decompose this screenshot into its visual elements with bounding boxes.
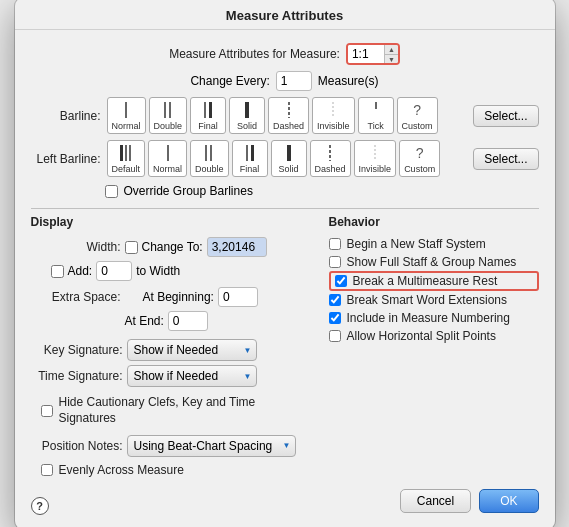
barline-normal[interactable]: Normal [107, 97, 146, 134]
behavior-new-staff: Begin a New Staff System [329, 235, 539, 253]
key-sig-select[interactable]: Show if Needed Always Show Never Show [127, 339, 257, 361]
position-notes-select[interactable]: Using Beat-Chart Spacing Evenly Across M… [127, 435, 296, 457]
barline-final-label: Final [198, 121, 218, 131]
left-barline-custom-label: Custom [404, 164, 435, 174]
left-barline-final[interactable]: Final [232, 140, 268, 177]
barline-tick[interactable]: Tick [358, 97, 394, 134]
add-input[interactable]: 0 [96, 261, 132, 281]
at-end-input[interactable]: 0 [168, 311, 208, 331]
left-barline-dashed-icon [324, 144, 336, 162]
behavior-new-staff-checkbox[interactable] [329, 238, 341, 250]
cancel-button[interactable]: Cancel [400, 489, 471, 513]
left-barline-default-label: Default [112, 164, 141, 174]
left-barline-default[interactable]: Default [107, 140, 146, 177]
override-checkbox[interactable] [105, 185, 118, 198]
at-end-label: At End: [125, 314, 164, 328]
barline-select-button[interactable]: Select... [473, 105, 538, 127]
measure-for-label: Measure Attributes for Measure: [169, 47, 340, 61]
change-to-checkbox[interactable] [125, 241, 138, 254]
left-barline-invisible[interactable]: Invisible [354, 140, 397, 177]
help-button[interactable]: ? [31, 497, 49, 515]
barline-tick-icon [370, 101, 382, 119]
left-barline-double-icon [202, 144, 216, 162]
behavior-break-smart-word-label[interactable]: Break Smart Word Extensions [347, 293, 508, 307]
svg-rect-9 [120, 145, 123, 161]
behavior-allow-split-label[interactable]: Allow Horizontal Split Points [347, 329, 496, 343]
change-every-input[interactable]: 1 [276, 71, 312, 91]
left-barline-options: Default Normal Double Fina [107, 140, 468, 177]
evenly-checkbox[interactable] [41, 464, 53, 476]
ok-button[interactable]: OK [479, 489, 538, 513]
two-col-layout: Display Width: Change To: 3,20146 Add: 0… [15, 215, 555, 478]
behavior-new-staff-label[interactable]: Begin a New Staff System [347, 237, 486, 251]
barline-custom[interactable]: ? Custom [397, 97, 438, 134]
behavior-include-numbering-label[interactable]: Include in Measure Numbering [347, 311, 510, 325]
barline-invisible-label: Invisible [317, 121, 350, 131]
behavior-show-full-staff-label[interactable]: Show Full Staff & Group Names [347, 255, 517, 269]
position-notes-row: Position Notes: Using Beat-Chart Spacing… [31, 433, 309, 459]
left-barline-normal-label: Normal [153, 164, 182, 174]
measure-for-row: Measure Attributes for Measure: 1:1 ▲ ▼ [15, 40, 555, 68]
extra-space-label: Extra Space: [41, 290, 121, 304]
left-barline-custom-icon: ? [416, 144, 424, 162]
left-barline-dashed[interactable]: Dashed [310, 140, 351, 177]
behavior-break-multimeasure-label[interactable]: Break a Multimeasure Rest [353, 274, 498, 288]
barline-row: Barline: Normal Double Final [15, 94, 555, 137]
left-barline-dashed-label: Dashed [315, 164, 346, 174]
key-sig-row: Key Signature: Show if Needed Always Sho… [31, 337, 309, 363]
left-barline-invisible-label: Invisible [359, 164, 392, 174]
position-notes-select-wrapper: Using Beat-Chart Spacing Evenly Across M… [127, 435, 296, 457]
barline-dashed-icon [283, 101, 295, 119]
barline-dashed-label: Dashed [273, 121, 304, 131]
spinner-up[interactable]: ▲ [385, 45, 398, 55]
behavior-allow-split: Allow Horizontal Split Points [329, 327, 539, 345]
display-section: Display Width: Change To: 3,20146 Add: 0… [31, 215, 319, 478]
override-label[interactable]: Override Group Barlines [124, 184, 253, 198]
evenly-label[interactable]: Evenly Across Measure [59, 463, 184, 477]
at-beginning-input[interactable]: 0 [218, 287, 258, 307]
change-to-label[interactable]: Change To: [142, 240, 203, 254]
left-barline-final-icon [243, 144, 257, 162]
left-barline-custom[interactable]: ? Custom [399, 140, 440, 177]
left-barline-normal[interactable]: Normal [148, 140, 187, 177]
barline-solid[interactable]: Solid [229, 97, 265, 134]
left-barline-solid[interactable]: Solid [271, 140, 307, 177]
bottom-bar: Cancel OK [15, 479, 555, 513]
divider [31, 208, 539, 209]
svg-rect-16 [251, 145, 254, 161]
barline-dashed[interactable]: Dashed [268, 97, 309, 134]
behavior-break-smart-word: Break Smart Word Extensions [329, 291, 539, 309]
behavior-allow-split-checkbox[interactable] [329, 330, 341, 342]
behavior-break-multimeasure-checkbox[interactable] [335, 275, 347, 287]
key-sig-select-wrapper: Show if Needed Always Show Never Show [127, 339, 257, 361]
measure-value-input[interactable]: 1:1 [348, 45, 384, 63]
add-checkbox[interactable] [51, 265, 64, 278]
barline-final[interactable]: Final [190, 97, 226, 134]
spinner-arrows: ▲ ▼ [384, 45, 398, 63]
time-sig-row: Time Signature: Show if Needed Always Sh… [31, 363, 309, 389]
barline-solid-label: Solid [237, 121, 257, 131]
spinner-down[interactable]: ▼ [385, 55, 398, 64]
barline-custom-label: Custom [402, 121, 433, 131]
change-every-row: Change Every: 1 Measure(s) [15, 68, 555, 94]
measure-spinner[interactable]: 1:1 ▲ ▼ [346, 43, 400, 65]
hide-cautionary-checkbox[interactable] [41, 405, 53, 417]
behavior-show-full-staff-checkbox[interactable] [329, 256, 341, 268]
left-barline-double[interactable]: Double [190, 140, 229, 177]
time-sig-select[interactable]: Show if Needed Always Show Never Show [127, 365, 257, 387]
left-barline-double-label: Double [195, 164, 224, 174]
left-barline-select-button[interactable]: Select... [473, 148, 538, 170]
barline-double[interactable]: Double [149, 97, 188, 134]
key-sig-label: Key Signature: [35, 343, 123, 357]
behavior-break-smart-word-checkbox[interactable] [329, 294, 341, 306]
barline-invisible-icon [327, 101, 339, 119]
hide-cautionary-label[interactable]: Hide Cautionary Clefs, Key and Time Sign… [59, 395, 271, 426]
behavior-break-multimeasure: Break a Multimeasure Rest [329, 271, 539, 291]
add-label[interactable]: Add: [68, 264, 93, 278]
left-barline-final-label: Final [240, 164, 260, 174]
barline-invisible[interactable]: Invisible [312, 97, 355, 134]
barline-normal-label: Normal [112, 121, 141, 131]
behavior-include-numbering-checkbox[interactable] [329, 312, 341, 324]
left-barline-solid-label: Solid [279, 164, 299, 174]
width-value-input[interactable]: 3,20146 [207, 237, 267, 257]
